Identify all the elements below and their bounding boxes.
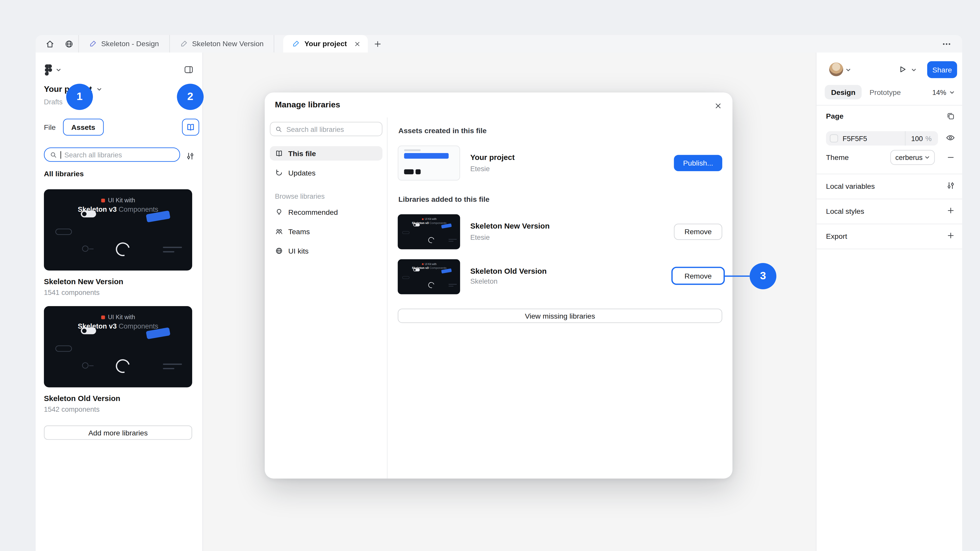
library-title: Skeleton New Version <box>470 222 550 230</box>
chevron-down-icon <box>912 67 916 73</box>
thumb-decoration <box>82 362 89 368</box>
dialog-search-input[interactable] <box>286 125 377 133</box>
eye-icon <box>945 133 955 143</box>
close-dialog-button[interactable] <box>711 99 724 112</box>
publish-button[interactable]: Publish... <box>674 155 722 171</box>
globe-icon <box>275 247 283 255</box>
kit-badge: UI Kit with <box>44 197 192 203</box>
thumb-decoration <box>415 169 421 175</box>
kit-badge: UI Kit with <box>398 262 460 265</box>
remove-theme-button[interactable] <box>946 153 955 162</box>
visibility-toggle[interactable] <box>945 133 955 143</box>
mode-tabs: Design Prototype <box>825 85 901 99</box>
library-card-thumbnail: UI Kit with Skeleton v3Components <box>44 189 192 270</box>
chevron-down-icon <box>950 89 955 95</box>
kit-title: Skeleton v3Components <box>44 206 192 213</box>
opacity-unit: % <box>925 135 932 142</box>
share-button[interactable]: Share <box>927 61 957 78</box>
divider <box>816 105 962 105</box>
tab-label: Skeleton - Design <box>101 40 159 48</box>
thumb-decoration <box>113 357 132 375</box>
account-chevron-icon[interactable] <box>846 67 851 73</box>
open-variables-button[interactable] <box>946 181 955 190</box>
page-color-field[interactable]: F5F5F5 100 % <box>826 131 938 145</box>
close-icon <box>354 40 361 47</box>
search-icon <box>49 151 57 158</box>
nav-updates[interactable]: Updates <box>270 165 382 180</box>
community-button[interactable] <box>59 35 78 52</box>
nav-this-file[interactable]: This file <box>270 146 382 160</box>
tab-prototype[interactable]: Prototype <box>870 89 901 96</box>
annotation-badge-3: 3 <box>749 263 776 289</box>
add-more-libraries-button[interactable]: Add more libraries <box>44 426 192 440</box>
zoom-control[interactable]: 14% <box>932 85 955 99</box>
nav-label: UI kits <box>288 247 309 254</box>
manage-libraries-dialog: Manage libraries This file Updates Brows… <box>265 92 732 478</box>
remove-library-button-highlighted[interactable]: Remove <box>671 267 725 285</box>
asset-owner: Etesie <box>470 165 490 172</box>
toggle-sidebar-button[interactable] <box>184 65 193 75</box>
color-swatch[interactable] <box>830 135 838 143</box>
libraries-button[interactable] <box>182 119 199 135</box>
divider <box>816 249 962 249</box>
kit-title-sub: Components <box>119 322 159 330</box>
page-color-hex[interactable]: F5F5F5 <box>842 135 905 142</box>
thumb-decoration <box>56 345 72 351</box>
theme-label: Theme <box>826 154 849 161</box>
opacity-value[interactable]: 100 <box>911 135 923 142</box>
adjust-filters-icon <box>946 181 955 190</box>
library-title: Skeleton Old Version <box>470 267 547 275</box>
library-card[interactable]: UI Kit with Skeleton v3Components Skelet… <box>44 306 192 413</box>
plus-icon <box>946 231 955 240</box>
people-icon <box>275 227 283 235</box>
kit-title: Skeleton v3Components <box>44 322 192 330</box>
nav-teams[interactable]: Teams <box>270 224 382 238</box>
present-options-chevron[interactable] <box>912 67 916 73</box>
tab-design[interactable]: Design <box>825 85 862 99</box>
main-menu-button[interactable] <box>45 64 61 76</box>
new-tab-button[interactable] <box>368 35 387 52</box>
add-style-button[interactable] <box>946 206 955 215</box>
close-tab-button[interactable] <box>352 38 363 49</box>
right-sidebar: Share Design Prototype 14% Page F5F5F5 1… <box>816 52 963 551</box>
tab-skeleton-design[interactable]: Skeleton - Design <box>78 35 169 52</box>
theme-value: cerberus <box>895 154 923 161</box>
library-card[interactable]: UI Kit with Skeleton v3Components Skelet… <box>44 189 192 296</box>
more-options-button[interactable] <box>937 35 956 52</box>
remove-library-button[interactable]: Remove <box>674 224 722 240</box>
tab-assets[interactable]: Assets <box>63 119 103 135</box>
thumb-decoration <box>448 284 456 286</box>
tab-file[interactable]: File <box>44 119 56 135</box>
divider <box>816 224 962 224</box>
page-section-label: Page <box>826 113 844 120</box>
dialog-title: Manage libraries <box>275 100 340 110</box>
kit-title-sub: Components <box>429 221 446 225</box>
tab-your-project[interactable]: Your project <box>283 35 368 52</box>
globe-icon <box>64 39 73 48</box>
thumb-decoration <box>402 231 409 234</box>
figma-logo-icon <box>45 64 52 76</box>
theme-select[interactable]: cerberus <box>890 150 935 165</box>
thumb-decoration <box>413 224 420 227</box>
present-button[interactable] <box>898 65 907 74</box>
tab-label: Your project <box>304 40 347 48</box>
nav-label: This file <box>288 150 316 157</box>
text-caret <box>60 151 61 158</box>
library-card-meta: 1542 components <box>44 405 192 413</box>
pages-button[interactable] <box>946 112 955 121</box>
library-thumbnail: UI Kit with Skeleton v3Components <box>398 214 460 249</box>
filter-libraries-button[interactable] <box>186 152 195 160</box>
home-icon <box>45 39 54 48</box>
library-search-input[interactable] <box>64 151 174 158</box>
library-owner: Skeleton <box>470 277 498 285</box>
add-export-button[interactable] <box>946 231 955 240</box>
tab-skeleton-new-version[interactable]: Skeleton New Version <box>169 35 275 52</box>
view-missing-libraries-button[interactable]: View missing libraries <box>398 309 722 323</box>
nav-ui-kits[interactable]: UI kits <box>270 244 382 258</box>
all-libraries-heading: All libraries <box>44 170 84 177</box>
minus-icon <box>946 153 955 162</box>
nav-recommended[interactable]: Recommended <box>270 205 382 219</box>
home-button[interactable] <box>40 35 59 52</box>
account-avatar[interactable] <box>829 62 843 76</box>
libraries-added-heading: Libraries added to this file <box>398 196 490 203</box>
